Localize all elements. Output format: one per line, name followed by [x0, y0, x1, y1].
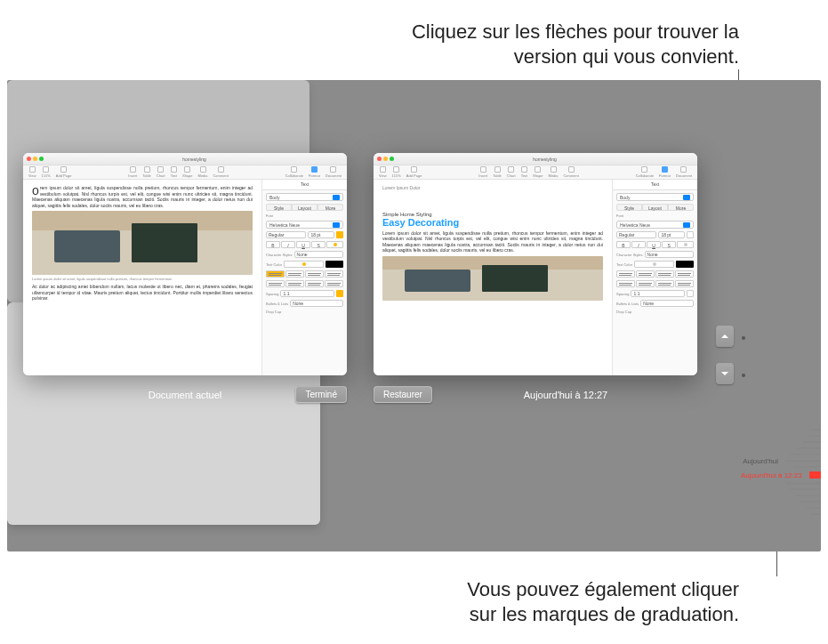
- timeline-tick[interactable]: [741, 446, 821, 451]
- toolbar-collaborate-button[interactable]: Collaborate: [284, 166, 305, 178]
- toolbar-addpage-button[interactable]: Add Page: [54, 166, 74, 178]
- previous-version-button[interactable]: [716, 326, 734, 347]
- seg-layout[interactable]: Layout: [292, 204, 318, 211]
- toolbar-zoom-button[interactable]: 115%: [390, 166, 403, 178]
- toolbar-insert-button[interactable]: Insert: [126, 166, 139, 178]
- rtl-button[interactable]: [675, 280, 694, 287]
- font-family-select[interactable]: Helvetica Neue: [616, 221, 694, 229]
- align-left-button[interactable]: [616, 270, 635, 278]
- toolbar-insert-button[interactable]: Insert: [477, 166, 489, 178]
- toolbar-collaborate-button[interactable]: Collaborate: [634, 166, 655, 178]
- bullets-select[interactable]: None: [640, 300, 694, 307]
- toolbar-media-button[interactable]: Media: [547, 166, 560, 178]
- toolbar-comment-button[interactable]: Comment: [211, 166, 229, 178]
- timeline-tick[interactable]: [741, 439, 821, 445]
- inspector-segmented[interactable]: Style Layout More: [616, 204, 694, 211]
- outdent-button[interactable]: [616, 280, 635, 287]
- toolbar-table-button[interactable]: Table: [141, 166, 153, 178]
- font-size-field[interactable]: 18 pt: [658, 231, 685, 238]
- underline-button[interactable]: U: [647, 241, 661, 248]
- document-page[interactable]: Lorem Ipsum Dolor Simple Home Styling Ea…: [374, 180, 612, 375]
- toolbar-addpage-button[interactable]: Add Page: [405, 166, 424, 178]
- text-color-swatch[interactable]: [326, 261, 343, 268]
- indent-button[interactable]: [636, 280, 655, 287]
- minimize-icon[interactable]: [33, 157, 37, 161]
- align-justify-button[interactable]: [675, 270, 694, 278]
- spacing-field[interactable]: 1.1: [631, 290, 685, 297]
- zoom-icon[interactable]: [39, 157, 44, 161]
- toolbar-document-button[interactable]: Document: [674, 166, 694, 178]
- spacing-stepper[interactable]: [336, 290, 343, 297]
- timeline-tick[interactable]: [741, 480, 821, 486]
- ltr-button[interactable]: [655, 280, 674, 287]
- toolbar-table-button[interactable]: Table: [491, 166, 503, 178]
- paragraph-style-select[interactable]: Body: [616, 193, 694, 201]
- seg-more[interactable]: More: [668, 204, 694, 211]
- align-center-button[interactable]: [285, 270, 304, 278]
- font-style-select[interactable]: Regular: [616, 231, 656, 238]
- spacing-field[interactable]: 1.1: [280, 290, 334, 297]
- align-left-button[interactable]: [266, 270, 285, 278]
- timeline-tick[interactable]: [741, 493, 821, 498]
- minimize-icon[interactable]: [383, 157, 388, 161]
- text-style-options-button[interactable]: [677, 241, 694, 248]
- underline-button[interactable]: U: [296, 241, 310, 248]
- toolbar-comment-button[interactable]: Comment: [561, 166, 580, 178]
- toolbar-chart-button[interactable]: Chart: [505, 166, 518, 178]
- close-icon[interactable]: [27, 157, 31, 161]
- align-center-button[interactable]: [636, 270, 655, 278]
- indent-button[interactable]: [285, 280, 304, 287]
- seg-more[interactable]: More: [318, 204, 343, 211]
- timeline-tick[interactable]: [741, 511, 821, 517]
- seg-style[interactable]: Style: [266, 204, 292, 211]
- paragraph-style-select[interactable]: Body: [266, 193, 343, 201]
- inspector-tab-text[interactable]: Text: [262, 180, 347, 189]
- timeline-tick[interactable]: [741, 464, 821, 470]
- zoom-icon[interactable]: [390, 157, 394, 161]
- toolbar-media-button[interactable]: Media: [197, 166, 210, 178]
- toolbar-shape-button[interactable]: Shape: [531, 166, 545, 178]
- font-style-select[interactable]: Regular: [266, 231, 306, 238]
- inspector-segmented[interactable]: Style Layout More: [266, 204, 343, 211]
- spacing-stepper[interactable]: [687, 290, 694, 297]
- bold-button[interactable]: B: [266, 241, 280, 248]
- toolbar-view-button[interactable]: View: [377, 166, 389, 178]
- seg-style[interactable]: Style: [616, 204, 642, 211]
- toolbar-zoom-button[interactable]: 115%: [40, 166, 52, 178]
- timeline-tick[interactable]: [741, 499, 821, 504]
- text-style-options-button[interactable]: [326, 241, 343, 248]
- toolbar-text-button[interactable]: Text: [169, 166, 179, 178]
- seg-layout[interactable]: Layout: [642, 204, 668, 211]
- font-size-field[interactable]: 18 pt: [308, 231, 334, 238]
- ltr-button[interactable]: [305, 280, 324, 287]
- font-family-select[interactable]: Helvetica Neue: [266, 221, 343, 229]
- text-color-well-button[interactable]: [284, 261, 324, 268]
- font-size-stepper[interactable]: [336, 231, 343, 238]
- next-version-button[interactable]: [716, 363, 734, 384]
- text-color-swatch[interactable]: [676, 261, 694, 268]
- outdent-button[interactable]: [266, 280, 285, 287]
- timeline-tick[interactable]: [741, 427, 821, 432]
- close-icon[interactable]: [377, 157, 382, 161]
- timeline-tick[interactable]: [741, 487, 821, 492]
- toolbar-document-button[interactable]: Document: [324, 166, 343, 178]
- align-right-button[interactable]: [655, 270, 674, 278]
- strike-button[interactable]: S: [662, 241, 676, 248]
- restore-button[interactable]: Restaurer: [374, 386, 432, 403]
- bullets-select[interactable]: None: [290, 300, 343, 307]
- char-styles-select[interactable]: None: [294, 251, 343, 258]
- timeline-tick[interactable]: [741, 433, 821, 439]
- char-styles-select[interactable]: None: [645, 251, 694, 258]
- done-button[interactable]: Terminé: [295, 386, 347, 403]
- strike-button[interactable]: S: [311, 241, 326, 248]
- document-page[interactable]: orem ipsum dolor sit amet, ligula suspen…: [23, 180, 261, 375]
- italic-button[interactable]: I: [281, 241, 295, 248]
- toolbar-view-button[interactable]: View: [27, 166, 38, 178]
- bold-button[interactable]: B: [616, 241, 631, 248]
- font-size-stepper[interactable]: [687, 231, 694, 238]
- rtl-button[interactable]: [325, 280, 343, 287]
- timeline-tick-today[interactable]: Aujourd'hui: [741, 458, 821, 463]
- toolbar-chart-button[interactable]: Chart: [155, 166, 167, 178]
- timeline-tick-selected[interactable]: Aujourd'hui à 12:23: [741, 471, 821, 479]
- toolbar-format-button[interactable]: Format: [657, 166, 672, 178]
